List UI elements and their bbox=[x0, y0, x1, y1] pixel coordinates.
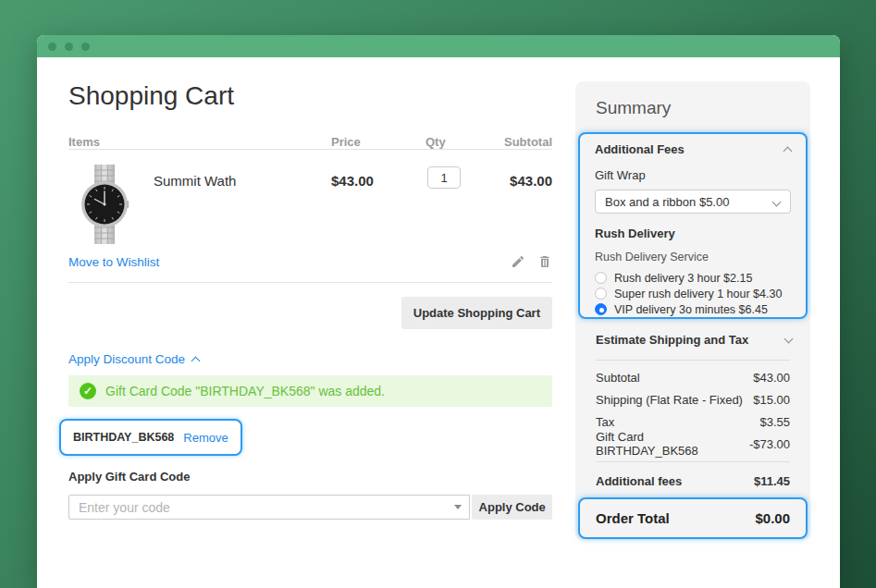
estimate-shipping-header[interactable]: Estimate Shipping and Tax bbox=[596, 333, 792, 347]
radio-icon[interactable] bbox=[595, 288, 607, 300]
summary-divider bbox=[596, 360, 790, 361]
window-close-icon[interactable] bbox=[48, 43, 56, 51]
select-chevron-down-icon bbox=[772, 198, 782, 207]
order-total-value: $0.00 bbox=[755, 510, 790, 526]
column-items: Items bbox=[68, 135, 100, 149]
window-minimize-icon[interactable] bbox=[65, 43, 73, 51]
apply-discount-row: Apply Discount Code bbox=[68, 351, 552, 366]
rush-option-3-label: VIP delivery 3o minutes $6.45 bbox=[614, 303, 768, 316]
total-row-gift-card: Gift Card BIRTHDAY_BK568 -$73.00 bbox=[596, 433, 790, 455]
summary-panel: Summary Additional Fees Gift Wrap Box an… bbox=[575, 81, 810, 540]
window-titlebar bbox=[37, 35, 840, 57]
move-to-wishlist-link[interactable]: Move to Wishlist bbox=[68, 255, 159, 269]
gift-card-code: BIRTHDAY_BK568 bbox=[73, 431, 174, 444]
total-row-subtotal: Subtotal $43.00 bbox=[596, 366, 790, 388]
product-name: Summit Wath bbox=[154, 173, 236, 189]
gift-card-chip: BIRTHDAY_BK568 Remove bbox=[59, 419, 242, 456]
rush-delivery-title: Rush Delivery bbox=[595, 227, 791, 240]
rush-option-2[interactable]: Super rush delivery 1 hour $4.30 bbox=[595, 286, 791, 301]
column-price: Price bbox=[331, 135, 361, 149]
total-label: Tax bbox=[596, 415, 614, 429]
item-actions-row: Move to Wishlist bbox=[68, 254, 552, 269]
cart-item-row: Summit Wath $43.00 $43.00 Move to Wishli… bbox=[68, 150, 552, 283]
update-cart-row: Update Shopping Cart bbox=[68, 297, 552, 329]
window-maximize-icon[interactable] bbox=[81, 43, 90, 51]
collapse-chevron-up-icon[interactable] bbox=[783, 147, 793, 156]
totals-list: Subtotal $43.00 Shipping (Flat Rate - Fi… bbox=[596, 366, 790, 455]
total-label: Subtotal bbox=[596, 371, 640, 385]
rush-delivery-service-label: Rush Delivery Service bbox=[595, 251, 791, 263]
success-check-icon: ✓ bbox=[80, 383, 96, 399]
remove-gift-card-link[interactable]: Remove bbox=[183, 431, 228, 445]
update-shopping-cart-button[interactable]: Update Shopping Cart bbox=[401, 297, 552, 329]
rush-delivery-options: Rush delivery 3 hour $2.15 Super rush de… bbox=[595, 270, 791, 317]
gift-card-form-label: Apply Gift Card Code bbox=[68, 470, 552, 484]
item-price: $43.00 bbox=[331, 173, 374, 189]
success-message-text: Gift Card Code "BIRTHDAY_BK568" was adde… bbox=[105, 384, 385, 398]
total-label: Gift Card BIRTHDAY_BK568 bbox=[596, 430, 749, 458]
delete-trash-icon[interactable] bbox=[537, 254, 552, 269]
additional-fees-total-value: $11.45 bbox=[754, 474, 790, 488]
additional-fees-section: Additional Fees Gift Wrap Box and a ribb… bbox=[578, 132, 808, 319]
gift-card-code-input[interactable] bbox=[68, 495, 470, 520]
item-subtotal: $43.00 bbox=[510, 173, 552, 189]
rush-option-3[interactable]: VIP delivery 3o minutes $6.45 bbox=[595, 301, 791, 317]
rush-option-1[interactable]: Rush delivery 3 hour $2.15 bbox=[595, 270, 791, 286]
total-value: $3.55 bbox=[759, 415, 790, 429]
total-value: $15.00 bbox=[753, 393, 790, 407]
cart-main: Shopping Cart Items Price Qty Subtotal bbox=[68, 57, 552, 520]
gift-wrap-selected-value: Box and a ribbon $5.00 bbox=[605, 195, 729, 209]
item-action-icons bbox=[511, 254, 552, 269]
order-total-section: Order Total $0.00 bbox=[578, 497, 808, 539]
edit-pencil-icon[interactable] bbox=[511, 254, 525, 269]
chevron-up-icon[interactable] bbox=[191, 356, 201, 365]
apply-discount-code-link[interactable]: Apply Discount Code bbox=[68, 352, 185, 366]
rush-option-1-label: Rush delivery 3 hour $2.15 bbox=[614, 272, 752, 285]
gift-wrap-select[interactable]: Box and a ribbon $5.00 bbox=[595, 190, 791, 214]
code-input-wrap bbox=[68, 495, 470, 520]
summary-title: Summary bbox=[596, 98, 671, 118]
order-total-label: Order Total bbox=[596, 510, 670, 526]
additional-fees-total-label: Additional fees bbox=[596, 474, 682, 488]
total-value: $43.00 bbox=[753, 371, 790, 385]
apply-code-button[interactable]: Apply Code bbox=[472, 495, 552, 520]
total-value: -$73.00 bbox=[749, 437, 790, 451]
dropdown-caret-icon[interactable] bbox=[454, 505, 462, 509]
additional-fees-header[interactable]: Additional Fees bbox=[595, 142, 791, 156]
quantity-input[interactable] bbox=[427, 166, 461, 189]
product-image-watch bbox=[80, 164, 130, 245]
summary-divider bbox=[596, 461, 790, 462]
cart-table-header: Items Price Qty Subtotal bbox=[68, 135, 552, 150]
rush-option-2-label: Super rush delivery 1 hour $4.30 bbox=[614, 288, 782, 300]
expand-chevron-down-icon[interactable] bbox=[784, 335, 794, 344]
page-title: Shopping Cart bbox=[68, 81, 552, 111]
radio-icon[interactable] bbox=[595, 303, 607, 315]
total-row-shipping: Shipping (Flat Rate - Fixed) $15.00 bbox=[596, 388, 790, 410]
total-label: Shipping (Flat Rate - Fixed) bbox=[596, 393, 743, 407]
gift-wrap-label: Gift Wrap bbox=[595, 168, 791, 182]
column-subtotal: Subtotal bbox=[504, 135, 552, 149]
additional-fees-title: Additional Fees bbox=[595, 142, 685, 156]
success-message-banner: ✓ Gift Card Code "BIRTHDAY_BK568" was ad… bbox=[68, 375, 552, 407]
additional-fees-total-row: Additional fees $11.45 bbox=[596, 470, 790, 492]
gift-card-input-row: Apply Code bbox=[68, 495, 552, 520]
app-window: Shopping Cart Items Price Qty Subtotal bbox=[37, 35, 840, 588]
column-qty: Qty bbox=[426, 135, 446, 149]
radio-icon[interactable] bbox=[595, 272, 607, 284]
page-body: Shopping Cart Items Price Qty Subtotal bbox=[37, 57, 840, 588]
estimate-shipping-title: Estimate Shipping and Tax bbox=[596, 333, 748, 347]
